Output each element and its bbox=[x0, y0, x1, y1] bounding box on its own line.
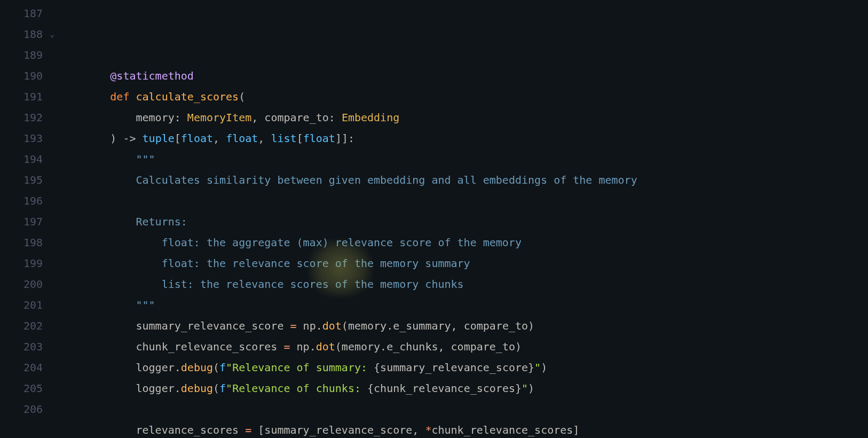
code-area[interactable]: @staticmethod def calculate_scores( memo… bbox=[59, 0, 868, 438]
line-number: 191 bbox=[0, 87, 43, 107]
code-line[interactable]: relevance_scores = [summary_relevance_sc… bbox=[59, 420, 868, 438]
code-token: summary_relevance_score bbox=[136, 319, 284, 332]
code-token: , bbox=[258, 132, 271, 145]
code-token: chunk_relevance_scores bbox=[431, 424, 573, 436]
code-token: def bbox=[110, 90, 129, 103]
code-token: ] bbox=[573, 424, 579, 436]
code-token: = bbox=[245, 424, 251, 436]
code-token: = bbox=[283, 340, 290, 353]
code-token: = bbox=[290, 319, 297, 332]
code-line[interactable]: list: the relevance scores of the memory… bbox=[59, 274, 868, 295]
code-line[interactable]: """ bbox=[59, 149, 868, 170]
code-token: np bbox=[303, 319, 316, 332]
code-token: memory bbox=[342, 340, 380, 353]
code-token: . bbox=[175, 361, 181, 374]
chevron-down-icon[interactable]: ⌄ bbox=[50, 24, 54, 45]
code-line[interactable]: def calculate_scores( bbox=[59, 87, 868, 107]
code-token bbox=[59, 361, 136, 374]
code-token: ( bbox=[239, 90, 245, 103]
line-number: 203 bbox=[0, 337, 43, 357]
code-line[interactable]: """ bbox=[59, 295, 868, 316]
code-token: : bbox=[175, 111, 187, 124]
code-token: . bbox=[175, 382, 181, 395]
code-line[interactable]: summary_relevance_score = np.dot(memory.… bbox=[59, 316, 868, 337]
code-token bbox=[129, 90, 136, 103]
code-token: . bbox=[380, 340, 386, 353]
code-token bbox=[59, 132, 110, 145]
line-number: 195 bbox=[0, 170, 43, 191]
code-token: compare_to bbox=[464, 319, 528, 332]
code-token: { bbox=[374, 361, 380, 374]
line-number: 205 bbox=[0, 378, 43, 399]
code-line[interactable]: float: the aggregate (max) relevance sco… bbox=[59, 232, 868, 253]
code-token: e_summary bbox=[393, 319, 451, 332]
line-number: 206 bbox=[0, 399, 43, 420]
code-token bbox=[59, 236, 162, 249]
code-token bbox=[59, 319, 136, 332]
code-token: ) bbox=[515, 340, 522, 353]
line-number: 192 bbox=[0, 107, 43, 128]
line-number: 200 bbox=[0, 274, 43, 295]
code-line[interactable] bbox=[59, 399, 868, 420]
code-token: : bbox=[329, 111, 342, 124]
code-token: float: the aggregate (max) relevance sco… bbox=[162, 236, 522, 249]
line-number: 201 bbox=[0, 295, 43, 316]
code-token: Calculates similarity between given embe… bbox=[136, 174, 637, 186]
code-token: e_chunks bbox=[386, 340, 438, 353]
code-token bbox=[290, 340, 297, 353]
line-number: 189 bbox=[0, 45, 43, 66]
code-token: ( bbox=[213, 382, 219, 395]
line-number: 187 bbox=[0, 3, 43, 24]
code-line[interactable]: float: the relevance score of the memory… bbox=[59, 253, 868, 274]
line-number: 194 bbox=[0, 149, 43, 170]
line-number: 204 bbox=[0, 357, 43, 378]
code-token: float bbox=[303, 132, 335, 145]
code-line[interactable]: Calculates similarity between given embe… bbox=[59, 170, 868, 191]
code-token bbox=[59, 278, 162, 291]
code-token: MemoryItem bbox=[187, 111, 251, 124]
code-token: debug bbox=[181, 361, 213, 374]
code-token: logger bbox=[136, 361, 175, 374]
line-number: 202 bbox=[0, 316, 43, 337]
code-line[interactable]: Returns: bbox=[59, 212, 868, 232]
code-token: f bbox=[219, 361, 226, 374]
code-token bbox=[59, 215, 136, 228]
code-line[interactable]: ) -> tuple[float, float, list[float]]: bbox=[59, 128, 868, 149]
code-token: f bbox=[219, 382, 226, 395]
code-line[interactable]: logger.debug(f"Relevance of chunks: {chu… bbox=[59, 378, 868, 399]
code-token: } bbox=[528, 361, 534, 374]
code-token bbox=[136, 132, 143, 145]
code-token: "Relevance of summary: bbox=[226, 361, 374, 374]
code-token: . bbox=[310, 340, 316, 353]
code-line[interactable]: logger.debug(f"Relevance of summary: {su… bbox=[59, 357, 868, 378]
code-token: summary_relevance_score bbox=[264, 424, 412, 436]
code-token: debug bbox=[181, 382, 213, 395]
code-token: dot bbox=[322, 319, 342, 332]
code-token: -> bbox=[123, 132, 136, 145]
code-token: chunk_relevance_scores bbox=[136, 340, 278, 353]
code-token bbox=[59, 153, 136, 166]
code-token: ) bbox=[110, 132, 123, 145]
code-token bbox=[59, 90, 110, 103]
line-number: 188⌄ bbox=[0, 24, 43, 45]
code-token bbox=[283, 319, 290, 332]
code-line[interactable]: @staticmethod bbox=[59, 66, 868, 87]
line-number: 198 bbox=[0, 232, 43, 253]
code-token: list bbox=[271, 132, 296, 145]
code-token: tuple bbox=[143, 132, 175, 145]
code-token: . bbox=[386, 319, 393, 332]
code-line[interactable] bbox=[59, 191, 868, 212]
code-token: float bbox=[226, 132, 258, 145]
code-token: , bbox=[213, 132, 226, 145]
code-token: "Relevance of chunks: bbox=[226, 382, 367, 395]
line-number: 196 bbox=[0, 191, 43, 212]
code-token: [ bbox=[175, 132, 181, 145]
code-token: , bbox=[251, 111, 264, 124]
code-line[interactable]: chunk_relevance_scores = np.dot(memory.e… bbox=[59, 337, 868, 357]
code-line[interactable]: memory: MemoryItem, compare_to: Embeddin… bbox=[59, 107, 868, 128]
code-editor[interactable]: 187188⌄189190191192193194195196197198199… bbox=[0, 0, 868, 438]
code-token: ) bbox=[541, 361, 547, 374]
code-token: ( bbox=[213, 361, 219, 374]
code-token: ]]: bbox=[335, 132, 354, 145]
code-token bbox=[59, 382, 136, 395]
